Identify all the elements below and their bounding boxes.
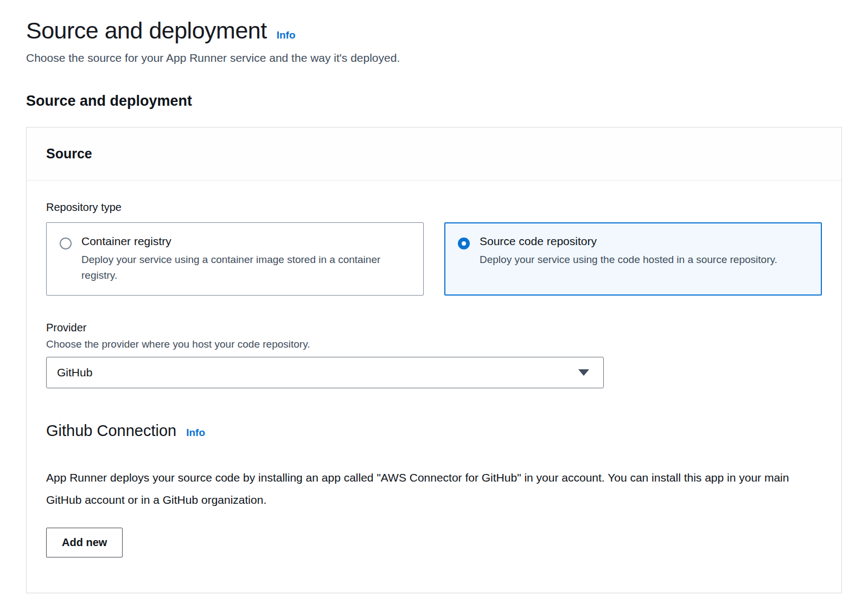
radio-selected-icon[interactable] — [458, 238, 470, 249]
page-subtitle: Choose the source for your App Runner se… — [26, 52, 842, 65]
tile-container-registry-label: Container registry — [81, 235, 385, 248]
chevron-down-icon — [578, 369, 589, 376]
github-connection-heading: Github Connection — [46, 422, 176, 440]
repository-type-tiles: Container registry Deploy your service u… — [46, 222, 822, 296]
provider-description: Choose the provider where you host your … — [46, 338, 822, 350]
source-card: Source Repository type Container registr… — [26, 127, 842, 593]
provider-label: Provider — [46, 322, 822, 334]
page-header: Source and deployment Info — [26, 17, 842, 44]
github-connection-info-link[interactable]: Info — [186, 427, 205, 439]
provider-select-value: GitHub — [57, 366, 92, 379]
tile-source-code-repository-description: Deploy your service using the code hoste… — [480, 252, 777, 268]
github-connection-description: App Runner deploys your source code by i… — [46, 467, 806, 511]
tile-source-code-repository-label: Source code repository — [480, 235, 777, 248]
add-new-button[interactable]: Add new — [46, 528, 123, 557]
provider-field: Provider Choose the provider where you h… — [46, 322, 822, 388]
tile-source-code-repository[interactable]: Source code repository Deploy your servi… — [444, 222, 822, 296]
provider-select[interactable]: GitHub — [46, 357, 604, 388]
repository-type-label: Repository type — [46, 201, 822, 214]
page-title-info-link[interactable]: Info — [277, 29, 296, 41]
section-heading: Source and deployment — [26, 93, 842, 110]
tile-container-registry[interactable]: Container registry Deploy your service u… — [46, 222, 424, 296]
source-card-title: Source — [46, 146, 822, 162]
source-card-header: Source — [27, 127, 841, 181]
tile-container-registry-description: Deploy your service using a container im… — [81, 252, 385, 283]
tile-container-registry-text: Container registry Deploy your service u… — [81, 235, 385, 283]
page-title: Source and deployment — [26, 17, 267, 44]
repository-type-field: Repository type Container registry Deplo… — [46, 201, 822, 296]
source-card-body: Repository type Container registry Deplo… — [27, 181, 841, 579]
radio-unselected-icon[interactable] — [60, 238, 72, 249]
page: Source and deployment Info Choose the so… — [0, 0, 868, 593]
github-connection-header: Github Connection Info — [46, 422, 822, 440]
tile-source-code-repository-text: Source code repository Deploy your servi… — [480, 235, 777, 283]
